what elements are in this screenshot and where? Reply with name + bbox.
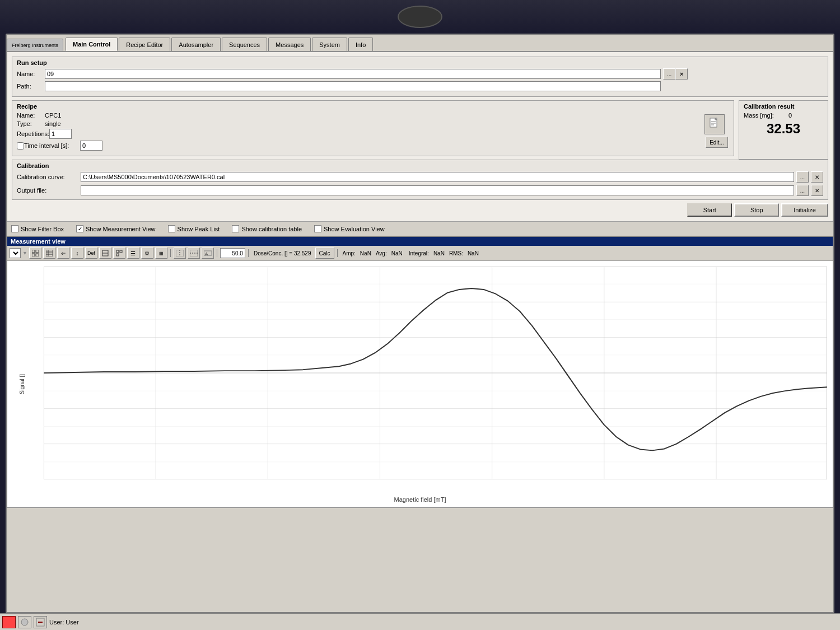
tab-autosampler[interactable]: Autosampler	[171, 38, 221, 51]
svg-text:A: A	[205, 251, 208, 256]
name-input[interactable]	[45, 69, 661, 79]
edit-button[interactable]: Edit...	[706, 137, 728, 148]
recipe-title: Recipe	[17, 103, 729, 110]
tab-system[interactable]: System	[312, 38, 347, 51]
tb-btn9[interactable]	[174, 248, 186, 259]
path-input[interactable]	[45, 81, 661, 91]
show-measurement-view-checkbox[interactable]	[76, 225, 83, 232]
name-label: Name:	[17, 71, 45, 77]
tb-grid-btn[interactable]	[29, 248, 41, 259]
start-button[interactable]: Start	[687, 203, 732, 217]
tb-btn10[interactable]	[188, 248, 200, 259]
svg-rect-7	[32, 254, 35, 256]
x-axis-label: Magnetic field [mT]	[394, 496, 446, 503]
name-row: Name: ... ✕	[17, 68, 823, 80]
recipe-type-value: single	[45, 120, 61, 127]
avg-value: NaN	[391, 250, 403, 256]
show-filter-box-label: Show Filter Box	[21, 226, 64, 232]
calibration-curve-browse-button[interactable]: ...	[796, 171, 809, 183]
integral-label: Integral:	[409, 250, 429, 256]
output-file-input[interactable]	[81, 185, 794, 195]
time-interval-checkbox[interactable]	[17, 142, 24, 150]
calc-button[interactable]: Calc	[315, 248, 334, 259]
user-label: User: User	[49, 619, 79, 626]
measurement-view-title: Measurement view	[7, 237, 833, 246]
svg-rect-8	[36, 254, 39, 256]
tb-gear-btn[interactable]: ⚙	[141, 248, 153, 259]
integral-value: NaN	[433, 250, 445, 256]
recipe-name-label: Name:	[17, 112, 45, 119]
main-content-panel: Run setup Name: ... ✕ Path: Recipe Na	[7, 52, 833, 222]
recipe-file-icon[interactable]	[704, 114, 725, 134]
show-evaluation-view-cb[interactable]: Show Evaluation View	[314, 225, 385, 232]
svg-point-58	[21, 619, 28, 626]
tab-messages[interactable]: Messages	[268, 38, 311, 51]
calibration-title: Calibration	[17, 162, 823, 169]
svg-rect-57	[5, 618, 13, 626]
show-calibration-table-checkbox[interactable]	[232, 225, 239, 232]
dose-conc-value: Dose/Conc. [] = 32.529	[251, 250, 314, 256]
amp-value: NaN	[360, 250, 371, 256]
tb-btn6[interactable]	[113, 248, 125, 259]
calibration-result-title: Calibration result	[744, 103, 823, 110]
svg-rect-16	[120, 250, 122, 253]
amp-label: Amp:	[343, 250, 356, 256]
channel-select[interactable]: B	[10, 248, 21, 258]
show-evaluation-view-label: Show Evaluation View	[324, 226, 385, 232]
tb-btn11[interactable]: A	[202, 248, 214, 259]
taskbar-icon2[interactable]	[34, 616, 47, 628]
name-browse-button[interactable]: ...	[663, 68, 675, 80]
show-calibration-table-label: Show calibration table	[241, 226, 302, 232]
tb-table-btn[interactable]	[43, 248, 55, 259]
mass-label: Mass [mg]:	[744, 112, 788, 119]
initialize-button[interactable]: Initialize	[781, 203, 828, 217]
recipe-repetitions-row: Repetitions:	[17, 129, 700, 139]
show-measurement-view-cb[interactable]: Show Measurement View	[76, 225, 156, 232]
tb-def-btn[interactable]: Def	[85, 248, 97, 259]
stats-display2: Integral: NaN RMS: NaN	[407, 250, 481, 256]
tb-btn7[interactable]: ☰	[127, 248, 139, 259]
svg-rect-5	[32, 250, 35, 253]
show-peak-list-checkbox[interactable]	[168, 225, 175, 232]
repetitions-input[interactable]	[49, 129, 72, 139]
show-peak-list-label: Show Peak List	[178, 226, 220, 232]
calibration-section: Calibration Calibration curve: ... ✕ Out…	[12, 160, 828, 200]
show-filter-box-checkbox[interactable]	[11, 225, 18, 232]
tb-cursor-btn[interactable]: ↕	[71, 248, 83, 259]
taskbar: User: User	[0, 613, 840, 630]
view-options-row: Show Filter Box Show Measurement View Sh…	[7, 222, 833, 236]
name-clear-button[interactable]: ✕	[675, 68, 688, 80]
taskbar-icon1[interactable]	[18, 616, 31, 628]
y-axis-label: Signal []	[19, 374, 25, 394]
calibration-curve-clear-button[interactable]: ✕	[811, 171, 823, 183]
rms-value: NaN	[468, 250, 479, 256]
mass-row: Mass [mg]: 0	[744, 112, 823, 119]
output-file-browse-button[interactable]: ...	[796, 185, 809, 196]
tb-arrow-btn[interactable]: ⇐	[57, 248, 69, 259]
tab-main-control[interactable]: Main Control	[66, 38, 118, 51]
tb-btn8[interactable]: ▦	[155, 248, 167, 259]
show-filter-box-cb[interactable]: Show Filter Box	[11, 225, 64, 232]
svg-rect-6	[36, 250, 39, 253]
svg-rect-9	[46, 250, 53, 256]
tab-recipe-editor[interactable]: Recipe Editor	[119, 38, 170, 51]
calibration-curve-input[interactable]	[81, 172, 794, 182]
stop-button[interactable]: Stop	[734, 203, 779, 217]
time-interval-input[interactable]	[80, 141, 102, 151]
show-peak-list-cb[interactable]: Show Peak List	[168, 225, 220, 232]
toolbar-divider	[170, 249, 171, 257]
output-file-row: Output file: ... ✕	[17, 185, 823, 196]
camera-lens	[398, 6, 442, 28]
zoom-input[interactable]	[220, 248, 245, 258]
show-calibration-table-cb[interactable]: Show calibration table	[232, 225, 302, 232]
calibration-result-section: Calibration result Mass [mg]: 0 32.53	[739, 100, 828, 160]
run-setup-title: Run setup	[17, 59, 823, 66]
tab-info[interactable]: Info	[348, 38, 373, 51]
recipe-name-row: Name: CPC1	[17, 112, 700, 119]
tb-btn5[interactable]	[99, 248, 111, 259]
recipe-calibration-row: Recipe Name: CPC1 Type: single Repetitio…	[12, 100, 828, 160]
tab-sequences[interactable]: Sequences	[222, 38, 267, 51]
show-evaluation-view-checkbox[interactable]	[314, 225, 321, 232]
recipe-repetitions-label: Repetitions:	[17, 130, 49, 137]
output-file-clear-button[interactable]: ✕	[811, 185, 823, 196]
